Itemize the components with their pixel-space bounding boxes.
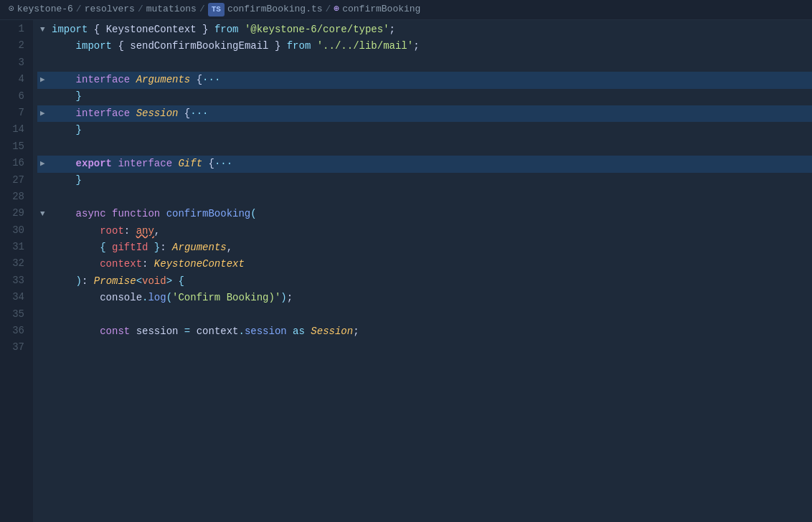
- token-paren-open-34: (: [166, 290, 172, 306]
- line-num-30: 30: [0, 223, 24, 239]
- token-equals-36: =: [184, 324, 190, 340]
- token-sendConfirmBookingEmail: sendConfirmBookingEmail: [130, 39, 268, 54]
- token-indent-36: [52, 324, 100, 340]
- token-indent-34: [52, 290, 100, 306]
- token-Arguments-ref: Arguments: [172, 240, 227, 256]
- token-Gift: Gift: [178, 156, 202, 172]
- token-semi-1: ;: [390, 22, 395, 38]
- fold-chevron-32: [40, 259, 52, 271]
- token-root: root: [100, 224, 124, 239]
- token-import-2: import: [76, 39, 112, 54]
- token-interface-4: interface: [76, 72, 131, 88]
- token-indent-33: [52, 274, 76, 290]
- token-colon-32: :: [142, 257, 154, 272]
- breadcrumb-part-4[interactable]: confirmBooking.ts: [227, 2, 323, 16]
- token-dots-7: ···: [190, 106, 208, 122]
- token-indent-14: [52, 123, 76, 138]
- fold-chevron-30: [40, 225, 52, 237]
- token-indent-32: [52, 257, 100, 272]
- code-line-37: [37, 340, 812, 356]
- token-space29b: [160, 207, 166, 222]
- fold-chevron-36: [40, 326, 52, 338]
- token-semi-34: ;: [287, 290, 293, 306]
- breadcrumb-part-3[interactable]: mutations: [146, 2, 197, 16]
- token-import-1: import: [52, 22, 88, 38]
- token-string-1: '@keystone-6/core/types': [245, 22, 390, 38]
- line-num-36: 36: [0, 323, 24, 340]
- fold-chevron-27: [40, 175, 52, 187]
- token-space2: [239, 22, 245, 38]
- line-numbers-gutter: 1 2 3 4 6 7 14 15 16 27 28 29 30 31 32 3…: [0, 20, 33, 522]
- fold-chevron-28: [40, 191, 52, 204]
- fold-chevron-2: [40, 41, 52, 53]
- code-line-6: }: [37, 89, 812, 105]
- line-num-29: 29: [0, 206, 24, 222]
- code-line-27: }: [37, 173, 812, 189]
- code-line-1: ▼ import { KeystoneContext } from '@keys…: [37, 22, 812, 38]
- token-dots-16: ···: [214, 156, 232, 172]
- token-space16: [112, 156, 118, 172]
- token-Promise: Promise: [94, 274, 136, 290]
- token-Session-ref: Session: [311, 324, 353, 340]
- token-interface-16: interface: [118, 156, 172, 172]
- token-brace-16: {: [202, 156, 214, 172]
- fold-chevron-1[interactable]: ▼: [40, 24, 52, 36]
- token-space36: [130, 324, 136, 340]
- token-any-30: any: [136, 224, 154, 239]
- code-line-15: [37, 139, 812, 156]
- token-brace-close-2: }: [268, 39, 286, 54]
- sep1: /: [76, 2, 82, 16]
- token-paren-close-33: ): [76, 274, 82, 290]
- token-from-2: from: [287, 39, 311, 54]
- token-closebrace-27: }: [76, 173, 82, 189]
- breadcrumb-part-1[interactable]: keystone-6: [17, 2, 73, 16]
- fold-chevron-15: [40, 141, 52, 153]
- token-interface-7: interface: [76, 106, 131, 122]
- line-num-1: 1: [0, 22, 24, 38]
- token-console: console: [100, 290, 142, 306]
- sep2: /: [138, 2, 143, 16]
- token-closebrace-14: }: [76, 123, 82, 138]
- breadcrumb-part-2[interactable]: resolvers: [85, 2, 135, 16]
- fold-chevron-3: [40, 57, 52, 70]
- token-comma-30: ,: [154, 224, 160, 239]
- line-num-35: 35: [0, 307, 24, 323]
- token-semi-2: ;: [413, 39, 419, 54]
- fold-chevron-33: [40, 275, 52, 288]
- token-space36b: [178, 324, 184, 340]
- token-space33: [172, 274, 178, 290]
- token-brace-close: }: [197, 22, 214, 38]
- token-space29: [106, 207, 112, 222]
- line-num-34: 34: [0, 290, 24, 306]
- token-dots-4: ···: [202, 72, 220, 88]
- token-colon-33: :: [82, 274, 94, 290]
- token-closebrace-6: }: [76, 89, 82, 105]
- file-type-badge: TS: [208, 3, 225, 16]
- token-string-2: '../../lib/mail': [317, 39, 413, 54]
- fold-chevron-16[interactable]: ▶: [40, 158, 52, 170]
- line-num-33: 33: [0, 273, 24, 290]
- token-space36c: [190, 324, 196, 340]
- token-space: {: [88, 22, 105, 38]
- code-line-4: ▶ interface Arguments { ···: [37, 72, 812, 88]
- token-brace-4: {: [190, 72, 202, 88]
- token-session: session: [136, 324, 179, 340]
- code-line-35: [37, 307, 812, 323]
- breadcrumb-part-5[interactable]: confirmBooking: [342, 2, 420, 16]
- token-context-36: context: [197, 324, 239, 340]
- token-indent-6: [52, 89, 76, 105]
- token-space7: [130, 106, 136, 122]
- line-num-7: 7: [0, 105, 24, 122]
- token-space36e: [305, 324, 311, 340]
- fold-chevron-35: [40, 309, 52, 321]
- code-line-28: [37, 189, 812, 206]
- token-brace-open-31: {: [100, 240, 112, 256]
- token-indent-30: [52, 224, 100, 239]
- fold-chevron-7[interactable]: ▶: [40, 108, 52, 120]
- fold-chevron-4[interactable]: ▶: [40, 74, 52, 86]
- token-const-36: const: [100, 324, 130, 340]
- token-KeystoneContext: KeystoneContext: [106, 22, 197, 38]
- fold-chevron-29[interactable]: ▼: [40, 208, 52, 220]
- token-confirmBooking-fn: confirmBooking: [166, 207, 251, 222]
- breadcrumb-icon: ⊙: [9, 2, 14, 16]
